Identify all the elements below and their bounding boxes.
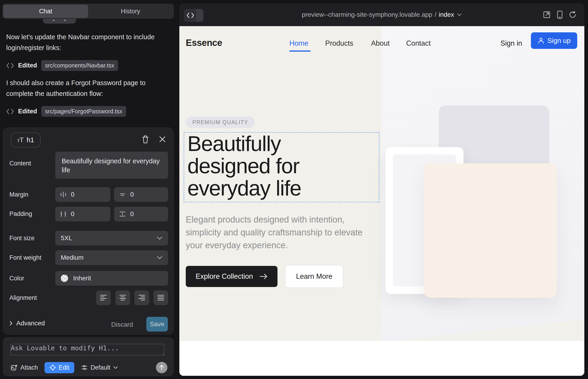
chat-composer: Attach Edit Default xyxy=(3,337,174,376)
scrolled-chip-partial xyxy=(43,19,76,24)
align-justify-button[interactable] xyxy=(154,290,168,305)
attach-button[interactable]: Attach xyxy=(11,364,38,371)
font-size-label: Font size xyxy=(9,235,35,242)
nav-link-contact[interactable]: Contact xyxy=(406,39,431,47)
align-left-button[interactable] xyxy=(96,290,111,305)
tab-chat[interactable]: Chat xyxy=(3,5,88,18)
typography-icon: тT xyxy=(17,136,23,144)
color-select[interactable]: Inherit xyxy=(55,271,168,286)
target-icon xyxy=(49,364,56,371)
close-panel-button[interactable] xyxy=(157,134,167,144)
selected-element-tag: тT h1 xyxy=(11,132,41,147)
padding-x-input[interactable]: 0 xyxy=(55,207,110,221)
site-canvas: Essence Home Products About Contact Sign… xyxy=(179,26,584,376)
code-icon xyxy=(6,63,14,69)
model-select[interactable]: Default xyxy=(81,364,118,371)
selected-h1-outline[interactable]: Beautifully designed for everyday life xyxy=(184,132,379,202)
nav-link-about[interactable]: About xyxy=(371,39,390,47)
active-nav-underline xyxy=(289,50,310,52)
alignment-label: Alignment xyxy=(9,294,37,301)
file-chip[interactable]: src/pages/ForgotPassword.tsx xyxy=(41,106,126,117)
chevron-down-icon xyxy=(113,366,118,369)
sign-in-link[interactable]: Sign in xyxy=(500,39,522,47)
url-page: index xyxy=(439,11,454,18)
padding-vertical-icon xyxy=(119,211,126,217)
user-icon xyxy=(538,37,544,44)
element-editor-panel: тT h1 Content Beautifully designed for e… xyxy=(3,127,174,334)
open-external-icon[interactable] xyxy=(542,11,551,19)
discard-button[interactable]: Discard xyxy=(111,321,133,328)
hero-heading[interactable]: Beautifully designed for everyday life xyxy=(187,133,343,200)
sign-up-button[interactable]: Sign up xyxy=(531,32,577,49)
url-domain: preview--charming-site-symphony.lovable.… xyxy=(302,11,432,18)
nav-link-products[interactable]: Products xyxy=(325,39,353,47)
content-input[interactable]: Beautifully designed for everyday life xyxy=(55,152,168,179)
advanced-toggle[interactable]: Advanced xyxy=(9,320,45,327)
align-center-button[interactable] xyxy=(115,290,130,305)
arrow-up-icon xyxy=(159,364,164,371)
edited-label: Edited xyxy=(18,62,37,69)
margin-vertical-icon xyxy=(119,191,126,198)
save-button[interactable]: Save xyxy=(146,317,168,332)
edited-file-row[interactable]: Edited src/components/Navbar.tsx xyxy=(6,60,118,71)
attach-image-icon xyxy=(11,364,17,371)
margin-y-input[interactable]: 0 xyxy=(114,187,168,202)
sliders-icon xyxy=(81,364,88,371)
arrow-right-icon xyxy=(259,273,268,279)
font-weight-select[interactable]: Medium xyxy=(55,250,168,265)
padding-label: Padding xyxy=(9,210,32,218)
mobile-view-icon[interactable] xyxy=(557,10,563,19)
chat-input[interactable] xyxy=(11,344,164,355)
url-breadcrumb[interactable]: preview--charming-site-symphony.lovable.… xyxy=(179,3,584,26)
explore-collection-button[interactable]: Explore Collection xyxy=(186,266,278,287)
chevron-right-icon xyxy=(9,321,13,326)
edited-file-row[interactable]: Edited src/pages/ForgotPassword.tsx xyxy=(6,106,126,117)
code-icon xyxy=(6,109,14,114)
content-label: Content xyxy=(9,160,31,167)
chevron-down-icon xyxy=(157,236,163,240)
color-label: Color xyxy=(9,275,24,282)
chevron-down-icon xyxy=(457,13,462,16)
site-logo[interactable]: Essence xyxy=(186,38,222,48)
section-below-hero xyxy=(179,341,584,376)
margin-horizontal-icon xyxy=(60,191,66,198)
font-size-select[interactable]: 5XL xyxy=(55,231,168,245)
margin-x-input[interactable]: 0 xyxy=(55,187,110,202)
chat-sidebar: Chat History Now let's update the Navbar… xyxy=(0,0,178,379)
edit-mode-button[interactable]: Edit xyxy=(45,362,75,373)
nav-link-home[interactable]: Home xyxy=(289,39,309,47)
url-separator: / xyxy=(434,11,436,18)
chevron-down-icon xyxy=(157,256,163,259)
color-swatch xyxy=(61,275,68,282)
align-right-button[interactable] xyxy=(134,290,149,305)
padding-horizontal-icon xyxy=(60,211,66,217)
font-weight-label: Font weight xyxy=(9,254,42,261)
edited-label: Edited xyxy=(18,108,37,115)
delete-element-button[interactable] xyxy=(140,134,150,144)
hero-badge: PREMIUM QUALITY xyxy=(186,117,255,128)
assistant-message: I should also create a Forgot Password p… xyxy=(6,78,170,99)
tab-history[interactable]: History xyxy=(88,5,173,18)
padding-y-input[interactable]: 0 xyxy=(114,207,168,221)
hero-paragraph: Elegant products designed with intention… xyxy=(186,213,373,252)
refresh-icon[interactable] xyxy=(569,11,576,19)
margin-label: Margin xyxy=(9,191,29,198)
preview-toolbar: preview--charming-site-symphony.lovable.… xyxy=(179,3,584,26)
file-chip[interactable]: src/components/Navbar.tsx xyxy=(41,60,118,71)
send-button[interactable] xyxy=(156,362,167,373)
learn-more-button[interactable]: Learn More xyxy=(285,265,343,288)
sidebar-tabbar: Chat History xyxy=(2,4,174,19)
preview-frame: preview--charming-site-symphony.lovable.… xyxy=(179,3,584,376)
decor-beige-card xyxy=(424,163,557,298)
assistant-message: Now let's update the Navbar component to… xyxy=(6,32,170,53)
